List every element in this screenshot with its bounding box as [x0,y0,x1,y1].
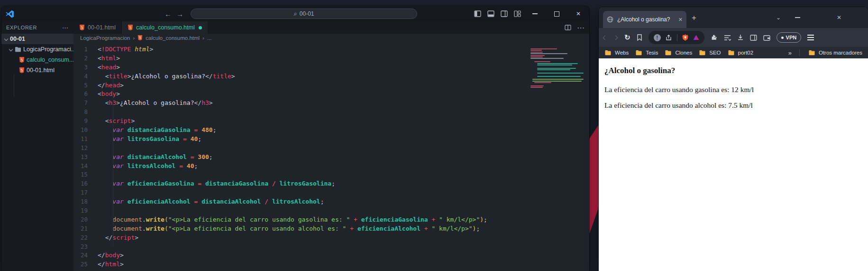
indent-guide [113,76,113,246]
line-number: 25 [73,261,95,268]
tree-file-00-01[interactable]: 5 00-01.html [1,65,73,75]
explorer-sidebar: EXPLORER ⋯ 00-01 LogicaProgramaci... [1,21,73,271]
layout-secondary-sidebar-icon[interactable] [497,6,511,21]
code-editor[interactable]: 1<!DOCTYPE html>2<html>3<head>4 <title>¿… [73,42,589,271]
maximize-button[interactable] [546,6,567,21]
breadcrumb-separator: › [202,35,204,41]
minimize-button[interactable] [524,6,546,21]
vscode-titlebar: ← → ⌕ 00-01 [1,6,589,21]
svg-text:5: 5 [129,26,132,30]
svg-text:5: 5 [21,58,23,62]
bookmark-label: SEO [709,50,721,56]
downloads-icon[interactable] [737,34,744,41]
reload-button[interactable]: ↻ [624,33,630,42]
wallet-icon[interactable] [763,35,770,41]
vscode-logo-icon [6,10,14,18]
tree-root-00-01[interactable]: 00-01 [1,34,73,44]
vpn-button[interactable]: VPN [777,32,802,43]
folder-icon [665,50,672,56]
bookmark-folder-item[interactable]: Clones [665,50,692,56]
code-line: 17 [73,188,589,197]
breadcrumb-symbol[interactable]: ... [207,35,212,41]
code-line: 12 [73,143,589,152]
tree-folder-logicaprogramacion[interactable]: LogicaProgramaci... [1,44,73,55]
code-line: 14 var litrosAlcohol = 40; [73,161,589,170]
editor-more-actions-icon[interactable]: ⋯ [577,23,585,32]
close-button[interactable]: ✕ [567,6,589,21]
site-info-icon[interactable]: ! [654,34,661,41]
new-tab-button[interactable]: + [692,14,696,22]
bookmark-folder-item[interactable]: port02 [728,50,754,56]
customize-layout-icon[interactable] [511,6,524,21]
back-icon[interactable]: ← [164,10,172,18]
line-number: 24 [73,252,95,259]
code-line: 5</head> [73,81,589,90]
vpn-dot-icon [781,37,784,39]
vpn-label: VPN [786,35,797,40]
minimap[interactable] [530,48,584,88]
line-number: 6 [73,90,95,97]
folder-icon [808,50,815,56]
code-line: 1<!DOCTYPE html> [73,45,589,54]
code-line: 11 var litrosGasolina = 40; [73,134,589,143]
more-actions-icon[interactable]: ⋯ [62,24,69,31]
bookmarks-overflow-icon[interactable]: » [788,49,792,56]
tree-indent-guide [14,75,14,96]
code-line: 3<head> [73,63,589,72]
html-icon: 5 [137,35,143,41]
bookmark-folder-item[interactable]: Tesis [635,50,658,56]
bookmark-items: Webs Tesis Clones [604,50,760,56]
html-icon: 5 [19,57,25,63]
sidebar-panel-icon[interactable] [750,35,757,41]
line-number: 5 [73,82,95,89]
back-button[interactable] [603,36,608,40]
split-editor-icon[interactable] [565,25,571,30]
bookmark-label: Clones [675,50,692,56]
tree-file-calculo-consumo[interactable]: 5 calculo_consum... [1,55,73,65]
bookmark-folder-item[interactable]: Webs [604,50,629,56]
layout-panel-icon[interactable] [484,6,497,21]
share-icon[interactable] [666,35,672,41]
browser-tab[interactable]: ¿Alcohol o gasolina? ✕ [603,11,686,28]
code-line: 16 var eficienciaGasolina = distanciaGas… [73,179,589,188]
browser-close-button[interactable]: ✕ [831,7,847,28]
bookmark-label: port02 [738,50,754,56]
breadcrumb-folder[interactable]: LogicaProgramacion [80,35,130,41]
breadcrumb-file[interactable]: calculo_consumo.html [146,35,200,41]
line-number: 20 [73,216,95,223]
browser-maximize-button[interactable] [811,7,827,28]
code-line: 4 <title>¿Alcohol o gasolina?</title> [73,72,589,81]
tab-calculo-consumo-html[interactable]: 5 calculo_consumo.html [122,21,208,34]
tab-00-01-html[interactable]: 5 00-01.html [73,21,122,34]
address-bar[interactable]: ! [649,31,704,44]
code-line: 25</html> [73,260,589,269]
bookmark-icon[interactable] [637,34,642,41]
tree-file-label: calculo_consum... [27,56,73,63]
html-icon: 5 [79,25,85,31]
extension-triangle-icon[interactable] [693,35,699,40]
desktop: ← → ⌕ 00-01 [0,0,868,271]
tab-close-icon[interactable]: ✕ [678,17,683,23]
other-bookmarks-button[interactable]: Otros marcadores [808,50,862,56]
browser-minimize-button[interactable] [789,7,805,28]
reading-list-icon[interactable] [724,35,731,41]
menu-button[interactable] [807,35,814,40]
tab-search-chevron-icon[interactable]: ⌄ [770,7,786,28]
folder-icon [604,50,612,56]
browser-tab-title: ¿Alcohol o gasolina? [617,16,675,23]
code-line: 6<body> [73,89,589,98]
layout-sidebar-icon[interactable] [471,6,484,21]
extensions-puzzle-icon[interactable] [711,34,718,41]
forward-icon[interactable]: → [176,10,183,18]
modified-dot-icon[interactable] [199,26,202,29]
line-number: 2 [73,55,95,62]
bookmark-folder-item[interactable]: SEO [699,50,721,56]
brave-shields-icon[interactable] [682,34,688,41]
line-number: 10 [73,126,95,133]
command-center-search[interactable]: ⌕ 00-01 [191,9,417,19]
code-line: 20 document.write("<p>La eficiencia del … [73,215,589,224]
line-number: 4 [73,73,95,80]
forward-button[interactable] [614,36,618,40]
tab-label: 00-01.html [88,24,116,31]
bookmark-label: Tesis [646,50,658,56]
